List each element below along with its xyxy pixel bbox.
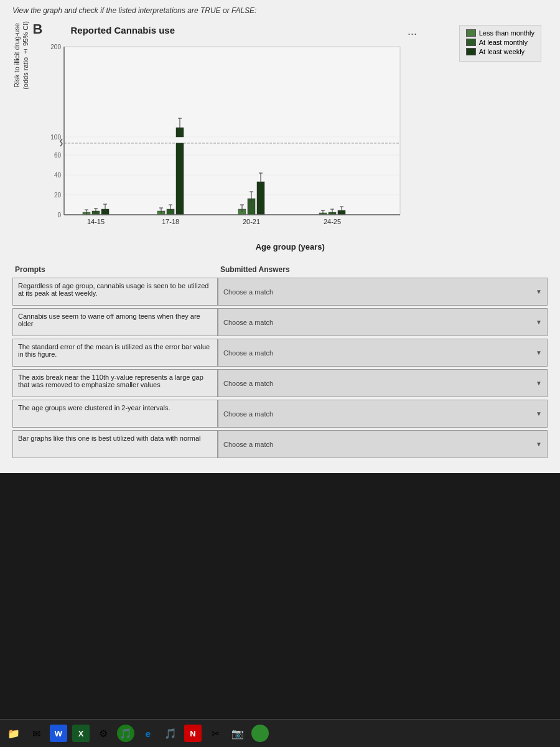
svg-text:0: 0 — [57, 212, 61, 218]
table-headers: Prompts Submitted Answers — [12, 264, 548, 275]
table-row: Regardless of age group, cannabis usage … — [12, 278, 548, 306]
section-label: B — [33, 21, 43, 37]
col-header-prompts: Prompts — [12, 264, 218, 275]
chart-area: Risk to illicit drug-use(odds ratio ± 95… — [12, 21, 548, 251]
answer-cell-3[interactable]: Choose a match TRUE FALSE ▼ — [218, 339, 548, 367]
answer-select-3[interactable]: Choose a match TRUE FALSE — [223, 349, 536, 357]
chart-legend: Less than monthly At least monthly At le… — [459, 25, 541, 62]
legend-label-1: Less than monthly — [479, 29, 534, 37]
legend-box-3 — [466, 48, 476, 55]
taskbar-icon-folder[interactable]: 📁 — [5, 725, 22, 742]
dropdown-arrow-2: ▼ — [536, 319, 542, 326]
answer-cell-6[interactable]: Choose a match TRUE FALSE ▼ — [218, 430, 548, 458]
x-axis-label: Age group (years) — [33, 242, 548, 251]
prompt-cell-6: Bar graphs like this one is best utilize… — [12, 430, 218, 458]
svg-text:200: 200 — [50, 44, 61, 50]
svg-text:20-21: 20-21 — [243, 218, 260, 225]
taskbar: 📁 ✉ W X ⚙ 🎵 e 🎵 N ✂ 📷 — [0, 719, 560, 747]
taskbar-icon-music[interactable]: 🎵 — [117, 725, 134, 742]
bar-g3-alw — [257, 182, 264, 215]
legend-label-3: At least weekly — [479, 48, 525, 55]
chart-container: B Reported Cannabis use ... Less than mo… — [33, 21, 548, 251]
answer-cell-5[interactable]: Choose a match TRUE FALSE ▼ — [218, 400, 548, 428]
table-row: The age groups were clustered in 2-year … — [12, 400, 548, 428]
prompt-cell-2: Cannabis use seem to wane off among teen… — [12, 308, 218, 336]
prompt-text-5: The age groups were clustered in 2-year … — [18, 404, 170, 411]
prompt-text-1: Regardless of age group, cannabis usage … — [18, 282, 208, 297]
svg-text:60: 60 — [54, 152, 61, 159]
taskbar-icon-scissors[interactable]: ✂ — [207, 725, 224, 742]
prompt-text-3: The standard error of the mean is utiliz… — [18, 343, 210, 358]
dropdown-arrow-3: ▼ — [536, 349, 542, 356]
taskbar-icon-excel[interactable]: X — [72, 725, 90, 742]
chart-dots: ... — [408, 25, 417, 38]
prompt-cell-4: The axis break near the 110th y-value re… — [12, 369, 218, 397]
svg-text:40: 40 — [54, 172, 61, 179]
taskbar-icon-word[interactable]: W — [50, 725, 67, 742]
dropdown-arrow-4: ▼ — [536, 380, 542, 387]
col-header-answers: Submitted Answers — [218, 264, 548, 275]
y-axis-label: Risk to illicit drug-use(odds ratio ± 95… — [12, 21, 30, 90]
legend-box-2 — [466, 39, 476, 46]
legend-label-2: At least monthly — [479, 39, 528, 46]
table-row: The axis break near the 110th y-value re… — [12, 369, 548, 397]
prompt-cell-5: The age groups were clustered in 2-year … — [12, 400, 218, 428]
taskbar-icon-green[interactable] — [251, 725, 269, 742]
legend-box-1 — [466, 29, 476, 37]
svg-text:20: 20 — [54, 192, 61, 199]
instruction-text: View the graph and check if the listed i… — [12, 6, 548, 15]
legend-item-2: At least monthly — [466, 39, 534, 46]
dark-background — [0, 473, 560, 691]
answer-cell-2[interactable]: Choose a match TRUE FALSE ▼ — [218, 308, 548, 336]
answer-select-6[interactable]: Choose a match TRUE FALSE — [223, 441, 536, 448]
svg-text:24-25: 24-25 — [324, 218, 341, 225]
svg-text:14-15: 14-15 — [87, 218, 105, 225]
bar-chart-svg: 20 40 60 100 — [33, 40, 419, 240]
taskbar-icon-settings[interactable]: ⚙ — [95, 725, 112, 742]
dropdown-arrow-6: ▼ — [536, 441, 542, 448]
chart-svg-wrapper: 20 40 60 100 — [33, 40, 548, 240]
svg-text:17-18: 17-18 — [162, 218, 179, 225]
dropdown-arrow-5: ▼ — [536, 410, 542, 417]
legend-item-3: At least weekly — [466, 48, 534, 55]
y-axis-text: Risk to illicit drug-use(odds ratio ± 95… — [13, 21, 29, 90]
bar-g2-alw-bottom — [176, 143, 184, 215]
table-section: Prompts Submitted Answers Regardless of … — [12, 264, 548, 458]
main-content: View the graph and check if the listed i… — [0, 0, 560, 473]
svg-text:100: 100 — [50, 134, 61, 141]
answer-select-5[interactable]: Choose a match TRUE FALSE — [223, 410, 536, 418]
legend-item-1: Less than monthly — [466, 29, 534, 37]
prompt-text-4: The axis break near the 110th y-value re… — [18, 374, 203, 388]
table-row: Bar graphs like this one is best utilize… — [12, 430, 548, 458]
answer-select-1[interactable]: Choose a match TRUE FALSE — [223, 288, 536, 296]
taskbar-icon-edge[interactable]: e — [139, 725, 157, 742]
prompt-cell-3: The standard error of the mean is utiliz… — [12, 339, 218, 367]
prompt-text-6: Bar graphs like this one is best utilize… — [18, 435, 200, 442]
taskbar-icon-mail[interactable]: ✉ — [27, 725, 45, 742]
taskbar-icon-camera[interactable]: 📷 — [229, 725, 246, 742]
svg-rect-0 — [64, 47, 400, 215]
taskbar-icon-notepad[interactable]: N — [184, 725, 202, 742]
prompt-text-2: Cannabis use seem to wane off among teen… — [18, 312, 200, 327]
answer-cell-1[interactable]: Choose a match TRUE FALSE ▼ — [218, 278, 548, 306]
table-row: The standard error of the mean is utiliz… — [12, 339, 548, 367]
chart-title: Reported Cannabis use — [70, 25, 175, 35]
dropdown-arrow-1: ▼ — [536, 288, 542, 295]
answer-cell-4[interactable]: Choose a match TRUE FALSE ▼ — [218, 369, 548, 397]
answer-select-4[interactable]: Choose a match TRUE FALSE — [223, 380, 536, 387]
answer-select-2[interactable]: Choose a match TRUE FALSE — [223, 319, 536, 326]
prompt-cell-1: Regardless of age group, cannabis usage … — [12, 278, 218, 306]
table-row: Cannabis use seem to wane off among teen… — [12, 308, 548, 336]
taskbar-icon-audio[interactable]: 🎵 — [162, 725, 179, 742]
